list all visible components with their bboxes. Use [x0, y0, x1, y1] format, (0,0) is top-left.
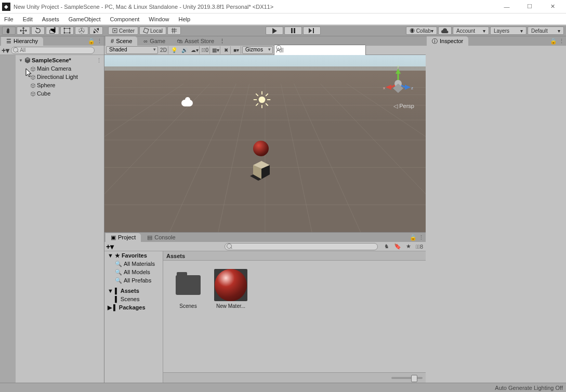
layers-dropdown[interactable]: Layers▾ [490, 26, 526, 35]
favorite-item[interactable]: 🔍 All Materials [104, 260, 163, 268]
scene-fx-dropdown[interactable]: ☁▾ [190, 46, 200, 54]
hierarchy-item[interactable]: Cube [16, 89, 104, 98]
maximize-button[interactable]: ☐ [518, 1, 541, 13]
svg-rect-12 [313, 28, 314, 33]
tab-scene[interactable]: # Scene [106, 36, 137, 46]
favorites-header[interactable]: ▼★ Favorites [104, 251, 163, 260]
grid-snap-toggle[interactable] [167, 26, 181, 35]
collab-dropdown[interactable]: Collab ▾ [406, 26, 437, 35]
scene-root[interactable]: ▼ SampleScene* ⋮ [16, 56, 104, 64]
asset-item-material[interactable]: New Mater... [214, 269, 247, 309]
shading-mode-dropdown[interactable]: Shaded [106, 46, 158, 54]
scene-search[interactable] [274, 45, 366, 56]
svg-point-2 [63, 28, 65, 29]
project-search[interactable] [225, 243, 378, 250]
svg-line-25 [294, 84, 373, 232]
projection-label[interactable]: ◁ Persp [393, 103, 414, 110]
hidden-packages-toggle[interactable]: 👁̸8 [415, 243, 424, 250]
favorite-item[interactable]: 🔍 All Models [104, 268, 163, 276]
rect-tool[interactable] [60, 26, 74, 35]
cursor-icon [25, 68, 34, 78]
panel-lock-icon[interactable]: 🔒 [550, 38, 556, 45]
menu-window[interactable]: Window [149, 16, 169, 22]
svg-point-8 [114, 30, 116, 32]
pivot-center-toggle[interactable]: Center [108, 26, 138, 35]
minimize-button[interactable]: — [495, 1, 518, 13]
search-by-type-icon[interactable]: ♞ [382, 243, 391, 250]
menu-file[interactable]: File [4, 16, 14, 22]
svg-line-36 [256, 93, 258, 96]
hierarchy-add-button[interactable]: +▾ [2, 46, 9, 55]
hierarchy-item[interactable]: Sphere [16, 81, 104, 89]
menu-component[interactable]: Component [110, 16, 139, 22]
panel-menu-icon[interactable]: ⋮ [96, 38, 102, 45]
hand-tool[interactable] [2, 26, 16, 35]
scene-light-toggle[interactable]: 💡 [169, 46, 179, 54]
pause-button[interactable] [284, 26, 302, 35]
transform-tool[interactable] [75, 26, 88, 35]
hierarchy-search[interactable] [11, 47, 95, 54]
close-button[interactable]: ✕ [541, 1, 564, 13]
scene-viewport[interactable]: y x z ◁ Persp [104, 55, 426, 232]
camera-gizmo-icon [181, 100, 193, 106]
move-tool[interactable] [17, 26, 30, 35]
svg-line-38 [256, 103, 258, 106]
tab-hierarchy[interactable]: ☰ Hierarchy [1, 37, 43, 46]
assets-child[interactable]: ▌ Scenes [104, 295, 163, 303]
asset-item-folder[interactable]: Scenes [172, 269, 205, 309]
viewport-cube[interactable] [248, 158, 274, 184]
tab-game[interactable]: ∞ Game [138, 36, 170, 46]
scene-hidden-count[interactable]: 👁̸0 [201, 46, 210, 54]
project-add-button[interactable]: +▾ [106, 242, 114, 251]
svg-point-4 [63, 32, 65, 34]
panel-menu-icon[interactable]: ⋮ [558, 38, 564, 45]
gizmos-dropdown[interactable]: Gizmos [242, 46, 273, 54]
menu-edit[interactable]: Edit [23, 16, 33, 22]
inspector-body [426, 46, 566, 383]
menu-assets[interactable]: Assets [42, 16, 59, 22]
scene-camera-dropdown[interactable]: ■▾ [232, 46, 241, 54]
svg-line-27 [104, 84, 183, 232]
menu-help[interactable]: Help [178, 16, 190, 22]
scene-menu-icon[interactable]: ⋮ [96, 57, 102, 64]
rotate-tool[interactable] [31, 26, 45, 35]
svg-rect-11 [294, 28, 295, 33]
assets-folder[interactable]: ▼▌ Assets [104, 287, 163, 295]
mode-2d-toggle[interactable]: 2D [159, 46, 168, 54]
cloud-button[interactable] [438, 26, 452, 35]
svg-text:z: z [411, 86, 413, 90]
menu-gameobject[interactable]: GameObject [69, 16, 101, 22]
orientation-gizmo[interactable]: y x z [380, 64, 416, 101]
pivot-local-toggle[interactable]: Local [139, 26, 166, 35]
unity-icon [24, 57, 31, 63]
custom-tool[interactable] [89, 26, 103, 35]
account-dropdown[interactable]: Account▾ [453, 26, 489, 35]
scene-grid-dropdown[interactable]: ▦▾ [211, 46, 220, 54]
step-button[interactable] [303, 26, 321, 35]
scene-audio-toggle[interactable]: 🔊 [180, 46, 189, 54]
viewport-sphere[interactable] [253, 141, 269, 156]
search-by-label-icon[interactable]: 🔖 [393, 243, 402, 250]
packages-folder[interactable]: ▶▌ Packages [104, 303, 163, 312]
favorite-item[interactable]: 🔍 All Prefabs [104, 276, 163, 285]
status-message: Auto Generate Lighting Off [495, 385, 563, 391]
favorite-icon[interactable]: ★ [404, 243, 413, 250]
panel-menu-icon[interactable]: ⋮ [219, 38, 225, 44]
panel-menu-icon[interactable]: ⋮ [418, 234, 424, 241]
tab-assetstore[interactable]: 🛍 Asset Store [172, 36, 219, 46]
scale-tool[interactable] [46, 26, 59, 35]
tab-inspector[interactable]: ⓘ Inspector [427, 36, 468, 46]
panel-lock-icon[interactable]: 🔒 [410, 234, 416, 241]
app-logo: ◆ [2, 3, 10, 11]
layout-dropdown[interactable]: Default▾ [528, 26, 564, 35]
svg-point-3 [69, 28, 71, 29]
thumbnail-size-slider[interactable] [391, 377, 423, 379]
svg-line-39 [266, 93, 268, 96]
scene-tools-button[interactable]: ✖ [221, 46, 231, 54]
tab-console[interactable]: ▤ Console [142, 233, 180, 242]
svg-point-31 [259, 97, 266, 103]
panel-lock-icon[interactable]: 🔒 [88, 38, 94, 45]
project-breadcrumb[interactable]: Assets [163, 251, 426, 261]
tab-project[interactable]: ▣ Project [106, 233, 141, 242]
play-button[interactable] [266, 26, 283, 35]
